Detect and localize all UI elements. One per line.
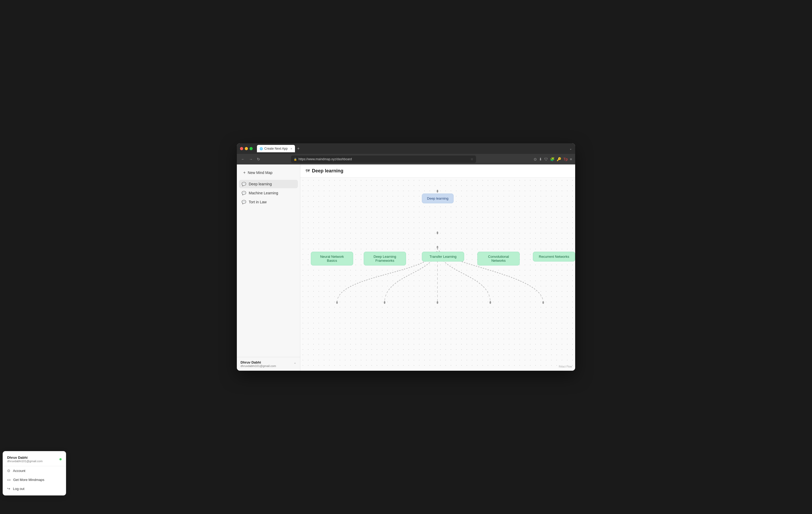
sidebar-new-map-section: + New Mind Map (237, 165, 300, 179)
chevron-down-icon: ⌄ (569, 147, 572, 150)
sidebar-items-list: 💬 Deep learning 💬 Machine Learning 💬 Tor… (237, 179, 300, 357)
tab-close-button[interactable]: ✕ (290, 147, 292, 150)
child-node-label-4: Recurrent Networks (539, 255, 569, 259)
expand-icon: ⌃ (294, 362, 296, 366)
security-icon: 🔒 (294, 158, 297, 161)
title-bar: 🌐 Create Next App ✕ + ⌄ (237, 143, 575, 154)
sidebar-item-label-2: Tort in Law (249, 200, 267, 204)
tab-label: Create Next App (264, 147, 288, 150)
sidebar-item-deep-learning[interactable]: 💬 Deep learning (239, 180, 298, 188)
user-name: Dhruv Dabhi (240, 361, 276, 364)
child-node-1[interactable]: Deep Learning Frameworks (364, 252, 406, 265)
child-node-label-2: Transfer Learning (430, 255, 457, 259)
svg-point-3 (336, 301, 338, 304)
menu-icon[interactable]: ≡ (570, 157, 572, 161)
forward-button[interactable]: → (248, 156, 254, 162)
canvas-header: 🗺 Deep learning (300, 165, 575, 178)
close-button[interactable] (240, 147, 243, 150)
address-bar: ← → ↻ 🔒 https://www.maindmap.xyz/dashboa… (237, 154, 575, 165)
new-mind-map-label: New Mind Map (248, 171, 272, 175)
child-node-4[interactable]: Recurrent Networks (533, 252, 575, 261)
sidebar-item-tort-in-law[interactable]: 💬 Tort in Law (239, 198, 298, 206)
mindmap-container: Deep learning Neural Network Basics Deep… (300, 178, 575, 370)
main-canvas: 🗺 Deep learning (300, 165, 575, 371)
download-icon[interactable]: ⬇ (539, 157, 542, 161)
child-node-label-3: Convolutional Networks (482, 255, 515, 262)
back-button[interactable]: ← (240, 156, 246, 162)
tab-icon: 🌐 (260, 147, 263, 150)
child-node-2[interactable]: Transfer Learning (422, 252, 464, 261)
react-flow-label: React Flow (559, 365, 572, 368)
shield-icon[interactable]: 🛡 (544, 157, 548, 161)
user-info: Dhruv Dabhi dhruvdabhi101@gmail.com (240, 361, 276, 368)
sidebar: + New Mind Map 💬 Deep learning 💬 Machine… (237, 165, 300, 371)
svg-point-6 (490, 301, 491, 304)
mindmap-connections (300, 178, 575, 370)
svg-point-1 (437, 231, 438, 234)
child-node-label-0: Neural Network Basics (315, 255, 349, 262)
chat-icon-0: 💬 (241, 182, 246, 186)
active-tab[interactable]: 🌐 Create Next App ✕ (257, 145, 295, 152)
new-mind-map-button[interactable]: + New Mind Map (241, 169, 296, 177)
canvas-title: Deep learning (312, 168, 343, 174)
svg-point-5 (437, 301, 438, 304)
sidebar-user[interactable]: Dhruv Dabhi dhruvdabhi101@gmail.com ⌃ (237, 357, 300, 371)
svg-point-4 (384, 301, 385, 304)
new-tab-button[interactable]: + (297, 146, 299, 151)
app-body: + New Mind Map 💬 Deep learning 💬 Machine… (237, 165, 575, 371)
traffic-lights (240, 147, 253, 150)
refresh-button[interactable]: ↻ (256, 156, 261, 162)
extensions-icon[interactable]: 🧩 (550, 157, 555, 161)
browser-window: 🌐 Create Next App ✕ + ⌄ ← → ↻ 🔒 https://… (237, 143, 575, 371)
child-node-0[interactable]: Neural Network Basics (311, 252, 353, 265)
svg-point-7 (542, 301, 544, 304)
bookmark-icon[interactable]: ☆ (470, 157, 473, 161)
root-node[interactable]: Deep learning (422, 194, 454, 203)
chat-icon-2: 💬 (241, 200, 246, 204)
sidebar-item-label-0: Deep learning (249, 182, 272, 186)
chat-icon-1: 💬 (241, 191, 246, 195)
child-node-label-1: Deep Learning Frameworks (368, 255, 402, 262)
maximize-button[interactable] (250, 147, 253, 150)
root-node-label: Deep learning (427, 196, 448, 200)
child-node-3[interactable]: Convolutional Networks (477, 252, 520, 265)
pocket-icon[interactable]: ⊙ (534, 157, 537, 161)
sidebar-item-machine-learning[interactable]: 💬 Machine Learning (239, 189, 298, 197)
minimize-button[interactable] (245, 147, 248, 150)
canvas-area[interactable]: Deep learning Neural Network Basics Deep… (300, 178, 575, 370)
plus-icon: + (243, 170, 245, 175)
sidebar-item-label-1: Machine Learning (249, 191, 278, 195)
url-text: https://www.maindmap.xyz/dashboard (298, 157, 469, 161)
tab-bar: 🌐 Create Next App ✕ + (257, 145, 299, 152)
user-email: dhruvdabhi101@gmail.com (240, 364, 276, 368)
svg-point-0 (437, 190, 438, 193)
canvas-title-icon: 🗺 (306, 169, 310, 173)
svg-point-2 (437, 246, 438, 249)
lastpass-icon[interactable]: 🔑 (557, 157, 561, 161)
toolbar-icons: ⊙ ⬇ 🛡 🧩 🔑 Tp ≡ (534, 157, 572, 161)
address-bar-input[interactable]: 🔒 https://www.maindmap.xyz/dashboard ☆ (291, 155, 476, 163)
profile-icon[interactable]: Tp (563, 157, 568, 161)
